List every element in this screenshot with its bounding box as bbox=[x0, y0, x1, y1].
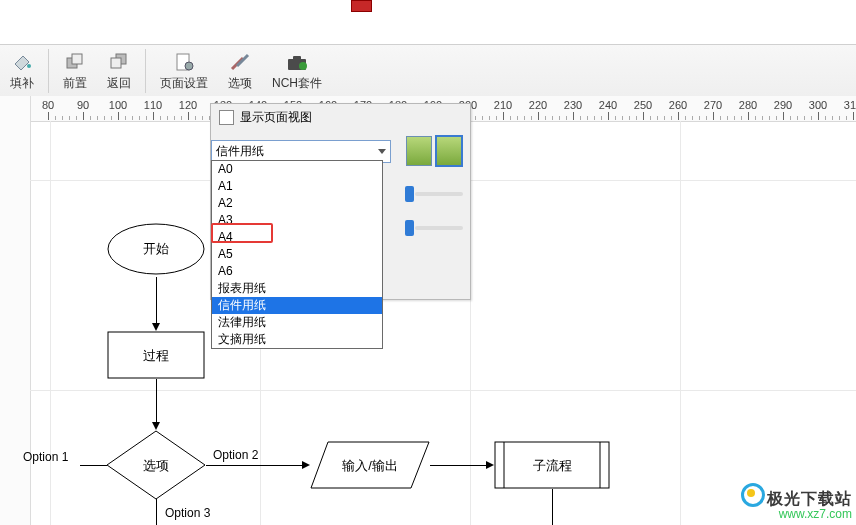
paper-size-option[interactable]: A6 bbox=[212, 263, 382, 280]
ruler-tick-label: 110 bbox=[144, 99, 162, 111]
ruler-tick-label: 250 bbox=[634, 99, 652, 111]
io-node-label: 输入/输出 bbox=[310, 457, 430, 475]
arrowhead-icon bbox=[302, 461, 310, 469]
suitcase-icon bbox=[285, 51, 309, 73]
edge bbox=[430, 465, 488, 466]
ruler-tick-label: 230 bbox=[564, 99, 582, 111]
nch-suite-button[interactable]: NCH套件 bbox=[262, 45, 332, 97]
app-root: 填补 前置 返回 页面设置 bbox=[0, 0, 856, 525]
decision-option1-label: Option 1 bbox=[23, 450, 68, 464]
send-back-icon bbox=[107, 51, 131, 73]
edge bbox=[156, 277, 157, 325]
ruler-tick-label: 260 bbox=[669, 99, 687, 111]
ruler-tick-label: 270 bbox=[704, 99, 722, 111]
watermark-url: www.xz7.com bbox=[741, 508, 852, 521]
gridline bbox=[30, 390, 856, 391]
svg-rect-4 bbox=[111, 58, 121, 68]
ruler-tick-label: 220 bbox=[529, 99, 547, 111]
paper-size-option[interactable]: 信件用纸 bbox=[212, 297, 382, 314]
nch-suite-label: NCH套件 bbox=[272, 75, 322, 92]
paper-size-option[interactable]: A0 bbox=[212, 161, 382, 178]
svg-point-6 bbox=[185, 62, 193, 70]
gridline bbox=[680, 121, 681, 525]
ruler-tick-label: 290 bbox=[774, 99, 792, 111]
ruler-tick-label: 300 bbox=[809, 99, 827, 111]
orientation-portrait-button[interactable] bbox=[406, 136, 432, 166]
options-button[interactable]: 选项 bbox=[218, 45, 262, 97]
gridline bbox=[50, 121, 51, 525]
ruler-tick-label: 210 bbox=[494, 99, 512, 111]
ruler-tick-label: 280 bbox=[739, 99, 757, 111]
paper-size-option[interactable]: A4 bbox=[212, 229, 382, 246]
tools-icon bbox=[228, 51, 252, 73]
ruler-tick-label: 120 bbox=[179, 99, 197, 111]
width-slider[interactable] bbox=[405, 186, 414, 202]
send-back-button[interactable]: 返回 bbox=[97, 45, 141, 97]
bring-front-button[interactable]: 前置 bbox=[53, 45, 97, 97]
decision-node-label: 选项 bbox=[106, 457, 206, 475]
svg-point-0 bbox=[27, 64, 31, 68]
svg-rect-2 bbox=[72, 54, 82, 64]
send-back-label: 返回 bbox=[107, 75, 131, 92]
ruler-tick-label: 80 bbox=[42, 99, 54, 111]
decision-option2-label: Option 2 bbox=[213, 448, 258, 462]
paper-size-option[interactable]: A2 bbox=[212, 195, 382, 212]
ruler-tick-label: 90 bbox=[77, 99, 89, 111]
show-page-view-label: 显示页面视图 bbox=[240, 109, 312, 126]
paper-size-combo-value: 信件用纸 bbox=[216, 143, 264, 160]
orientation-landscape-button[interactable] bbox=[436, 136, 462, 166]
arrowhead-icon bbox=[486, 461, 494, 469]
edge bbox=[156, 499, 157, 525]
main-toolbar: 填补 前置 返回 页面设置 bbox=[0, 44, 856, 98]
page-setup-label: 页面设置 bbox=[160, 75, 208, 92]
options-label: 选项 bbox=[228, 75, 252, 92]
edge bbox=[552, 489, 553, 525]
bring-front-label: 前置 bbox=[63, 75, 87, 92]
height-slider[interactable] bbox=[405, 220, 414, 236]
fill-button[interactable]: 填补 bbox=[0, 45, 44, 97]
bring-front-icon bbox=[63, 51, 87, 73]
arrowhead-icon bbox=[152, 422, 160, 430]
show-page-view-checkbox[interactable] bbox=[219, 110, 234, 125]
paper-size-option[interactable]: A1 bbox=[212, 178, 382, 195]
ruler-tick-label: 240 bbox=[599, 99, 617, 111]
watermark-title: 极光下载站 bbox=[767, 490, 852, 507]
svg-rect-8 bbox=[293, 56, 301, 60]
page-setup-icon bbox=[172, 51, 196, 73]
subprocess-node-label: 子流程 bbox=[494, 457, 610, 475]
start-node-label: 开始 bbox=[106, 240, 206, 258]
ruler-tick-label: 100 bbox=[109, 99, 127, 111]
decision-option3-label: Option 3 bbox=[165, 506, 210, 520]
paper-size-dropdown[interactable]: A0A1A2A3A4A5A6报表用纸信件用纸法律用纸文摘用纸 bbox=[211, 160, 383, 349]
edge bbox=[80, 465, 107, 466]
paper-size-option[interactable]: A3 bbox=[212, 212, 382, 229]
paper-size-option[interactable]: 文摘用纸 bbox=[212, 331, 382, 348]
fill-label: 填补 bbox=[10, 75, 34, 92]
svg-point-9 bbox=[299, 62, 307, 70]
page-setup-button[interactable]: 页面设置 bbox=[150, 45, 218, 97]
edge bbox=[206, 465, 304, 466]
edge bbox=[156, 379, 157, 424]
paper-size-option[interactable]: A5 bbox=[212, 246, 382, 263]
ruler-tick-label: 310 bbox=[844, 99, 856, 111]
window-close-indicator bbox=[351, 0, 372, 12]
paint-bucket-icon bbox=[10, 51, 34, 73]
arrowhead-icon bbox=[152, 323, 160, 331]
paper-size-option[interactable]: 报表用纸 bbox=[212, 280, 382, 297]
process-node-label: 过程 bbox=[107, 347, 205, 365]
watermark: 极光下载站 www.xz7.com bbox=[741, 483, 852, 521]
watermark-logo-icon bbox=[741, 483, 765, 507]
chevron-down-icon bbox=[378, 149, 386, 154]
paper-size-option[interactable]: 法律用纸 bbox=[212, 314, 382, 331]
